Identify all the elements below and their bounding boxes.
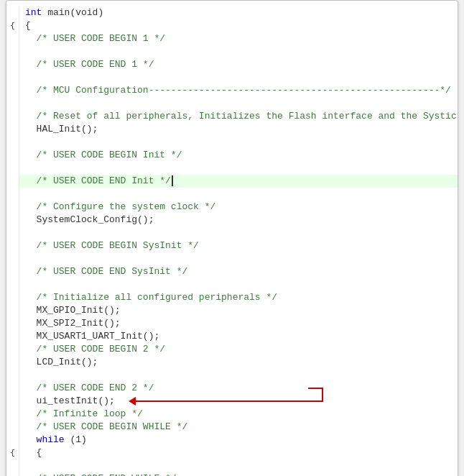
code-line: /* USER CODE BEGIN 2 */: [6, 343, 458, 356]
line-content: [19, 97, 458, 110]
line-content: MX_USART1_UART_Init();: [19, 330, 458, 343]
line-content: SystemClock_Config();: [19, 214, 458, 226]
line-gutter: [6, 408, 19, 421]
line-content: [19, 252, 458, 265]
line-content: HAL_Init();: [19, 123, 458, 136]
line-gutter: [6, 175, 19, 188]
line-content: /* USER CODE BEGIN Init */: [19, 149, 458, 162]
line-content: MX_SPI2_Init();: [19, 317, 458, 330]
line-gutter: [6, 382, 19, 395]
line-gutter: [6, 58, 19, 71]
line-gutter: [6, 434, 19, 447]
code-line: /* Configure the system clock */: [6, 201, 458, 214]
line-content: [19, 278, 458, 291]
line-gutter: [6, 252, 19, 265]
line-gutter: [6, 265, 19, 278]
code-line: [6, 252, 458, 265]
line-content: [19, 45, 458, 58]
line-gutter: [6, 71, 19, 84]
line-gutter: [6, 356, 19, 369]
line-content: int main(void): [19, 6, 458, 19]
line-gutter: [6, 45, 19, 58]
code-line: ui_testInit();: [6, 395, 458, 408]
line-gutter: {: [6, 19, 19, 32]
line-gutter: [6, 291, 19, 304]
line-gutter: [6, 369, 19, 382]
code-lines: int main(void){{ /* USER CODE BEGIN 1 */…: [6, 6, 458, 476]
code-line: /* Initialize all configured peripherals…: [6, 291, 458, 304]
code-line: [6, 188, 458, 201]
code-line: /* USER CODE END WHILE */: [6, 472, 458, 476]
code-line: LCD_Init();: [6, 356, 458, 369]
code-line: [6, 226, 458, 239]
line-content: ui_testInit();: [19, 395, 458, 408]
line-gutter: {: [6, 447, 19, 459]
line-gutter: [6, 6, 19, 19]
code-line: [6, 162, 458, 175]
line-content: /* USER CODE END 2 */: [19, 382, 458, 395]
line-gutter: [6, 459, 19, 472]
code-line: /* Infinite loop */: [6, 408, 458, 421]
line-content: {: [19, 19, 458, 32]
line-content: MX_GPIO_Init();: [19, 304, 458, 317]
line-gutter: [6, 188, 19, 201]
code-line: /* Reset of all peripherals, Initializes…: [6, 110, 458, 123]
code-line: int main(void): [6, 6, 458, 19]
line-gutter: [6, 226, 19, 239]
line-content: /* USER CODE END 1 */: [19, 58, 458, 71]
code-area[interactable]: int main(void){{ /* USER CODE BEGIN 1 */…: [6, 6, 458, 476]
line-content: /* Reset of all peripherals, Initializes…: [19, 110, 458, 123]
line-gutter: [6, 395, 19, 408]
line-content: /* Initialize all configured peripherals…: [19, 291, 458, 304]
line-content: /* USER CODE BEGIN WHILE */: [19, 421, 458, 434]
code-line: { {: [6, 447, 458, 459]
line-content: /* Configure the system clock */: [19, 201, 458, 214]
code-line: /* USER CODE BEGIN WHILE */: [6, 421, 458, 434]
line-content: [19, 459, 458, 472]
line-content: /* USER CODE END SysInit */: [19, 265, 458, 278]
line-content: /* USER CODE BEGIN 1 */: [19, 32, 458, 45]
code-line: /* USER CODE END Init */: [6, 175, 458, 188]
line-content: [19, 71, 458, 84]
line-gutter: [6, 214, 19, 226]
line-gutter: [6, 330, 19, 343]
line-content: /* USER CODE END WHILE */: [19, 472, 458, 476]
line-content: {: [19, 447, 458, 459]
line-gutter: [6, 343, 19, 356]
line-content: /* USER CODE BEGIN 2 */: [19, 343, 458, 356]
line-gutter: [6, 162, 19, 175]
code-line: /* USER CODE END 1 */: [6, 58, 458, 71]
line-gutter: [6, 110, 19, 123]
line-gutter: [6, 97, 19, 110]
line-content: [19, 162, 458, 175]
line-content: [19, 136, 458, 149]
code-line: HAL_Init();: [6, 123, 458, 136]
code-line: [6, 45, 458, 58]
line-content: [19, 369, 458, 382]
code-editor: int main(void){{ /* USER CODE BEGIN 1 */…: [6, 0, 458, 476]
line-gutter: [6, 201, 19, 214]
code-line: [6, 136, 458, 149]
line-gutter: [6, 32, 19, 45]
line-gutter: [6, 472, 19, 476]
line-gutter: [6, 239, 19, 252]
code-line: {{: [6, 19, 458, 32]
line-content: /* USER CODE END Init */: [19, 175, 458, 188]
line-gutter: [6, 278, 19, 291]
line-gutter: [6, 149, 19, 162]
code-line: [6, 278, 458, 291]
line-content: /* MCU Configuration--------------------…: [19, 84, 458, 97]
line-content: [19, 188, 458, 201]
line-gutter: [6, 123, 19, 136]
line-gutter: [6, 317, 19, 330]
code-line: while (1): [6, 434, 458, 447]
line-content: LCD_Init();: [19, 356, 458, 369]
line-gutter: [6, 136, 19, 149]
line-content: /* Infinite loop */: [19, 408, 458, 421]
line-gutter: [6, 84, 19, 97]
code-line: [6, 369, 458, 382]
code-line: SystemClock_Config();: [6, 214, 458, 226]
code-line: /* USER CODE BEGIN 1 */: [6, 32, 458, 45]
code-line: /* USER CODE END SysInit */: [6, 265, 458, 278]
code-line: /* USER CODE BEGIN Init */: [6, 149, 458, 162]
